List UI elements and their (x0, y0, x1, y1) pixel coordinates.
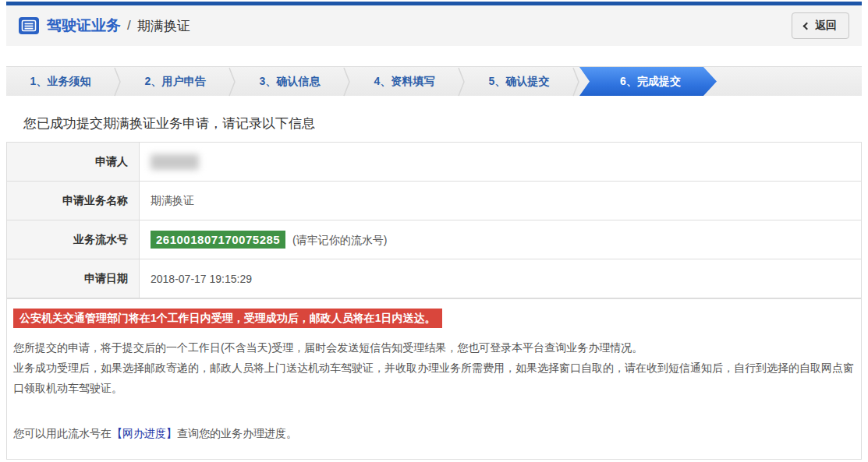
application-info-table: 申请人 申请业务名称 期满换证 业务流水号 261001807170075285… (6, 142, 862, 298)
page-container: 驾驶证业务 / 期满换证 返回 1、业务须知 2、用户申告 3、确认信息 4、资… (6, 2, 862, 460)
notice-paragraphs: 您所提交的申请，将于提交后的一个工作日(不含当天)受理，届时会发送短信告知受理结… (13, 337, 855, 398)
step-5-confirm-submit: 5、确认提交 (465, 67, 573, 96)
table-row-serial-number: 业务流水号 261001807170075285 (请牢记你的流水号) (7, 220, 862, 259)
progress-query-line: 您可以用此流水号在【网办进度】查询您的业务办理进度。 (13, 423, 855, 443)
step-separator-icon (459, 67, 465, 96)
step-4-fill-materials: 4、资料填写 (350, 67, 459, 96)
progress-query-suffix: 查询您的业务办理进度。 (177, 427, 297, 439)
step-1-business-notice: 1、业务须知 (6, 67, 115, 96)
step-6-submission-complete: 6、完成提交 (579, 67, 717, 96)
serial-number-label: 业务流水号 (7, 220, 140, 259)
breadcrumb-divider: / (127, 18, 131, 34)
step-separator-icon (573, 67, 579, 96)
business-name-label: 申请业务名称 (7, 182, 140, 220)
processing-alert-banner: 公安机关交通管理部门将在1个工作日内受理，受理成功后，邮政人员将在1日内送达。 (13, 309, 442, 328)
step-2-user-declaration: 2、用户申告 (121, 67, 229, 96)
serial-number-note: (请牢记你的流水号) (292, 234, 387, 246)
page-title: 驾驶证业务 (47, 16, 121, 36)
chevron-left-icon (803, 23, 811, 30)
notice-box: 公安机关交通管理部门将在1个工作日内受理，受理成功后，邮政人员将在1日内送达。 … (6, 298, 862, 460)
application-date-value: 2018-07-17 19:15:29 (140, 259, 862, 298)
serial-number-value: 261001807170075285 (请牢记你的流水号) (140, 220, 862, 259)
progress-query-emphasis: 【网办进度】 (112, 427, 177, 439)
step-separator-icon (229, 67, 236, 96)
notice-paragraph-1: 您所提交的申请，将于提交后的一个工作日(不含当天)受理，届时会发送短信告知受理结… (13, 337, 855, 358)
step-separator-icon (344, 67, 350, 96)
breadcrumb-current: 期满换证 (137, 17, 190, 35)
success-message: 您已成功提交期满换证业务申请，请记录以下信息 (6, 115, 862, 132)
table-row-applicant: 申请人 (7, 143, 862, 182)
applicant-label: 申请人 (7, 143, 140, 182)
applicant-value (140, 143, 862, 182)
step-progress-bar: 1、业务须知 2、用户申告 3、确认信息 4、资料填写 5、确认提交 6、完成提… (6, 66, 862, 96)
page-header: 驾驶证业务 / 期满换证 返回 (6, 5, 862, 46)
progress-query-prefix: 您可以用此流水号在 (13, 427, 112, 439)
application-date-label: 申请日期 (7, 259, 140, 298)
notice-paragraph-2: 业务成功受理后，如果选择邮政寄递的，邮政人员将上门送达机动车驾驶证，并收取办理业… (13, 358, 855, 398)
back-button-label: 返回 (815, 19, 837, 33)
list-icon (19, 17, 39, 34)
serial-number-badge: 261001807170075285 (151, 231, 285, 249)
table-row-application-date: 申请日期 2018-07-17 19:15:29 (7, 259, 862, 298)
step-separator-icon (115, 67, 121, 96)
back-button[interactable]: 返回 (792, 12, 849, 39)
step-bar-filler (717, 67, 862, 96)
redacted-applicant-name (151, 154, 199, 170)
table-row-business-name: 申请业务名称 期满换证 (7, 182, 862, 220)
step-3-confirm-info: 3、确认信息 (236, 67, 344, 96)
business-name-value: 期满换证 (140, 182, 862, 220)
